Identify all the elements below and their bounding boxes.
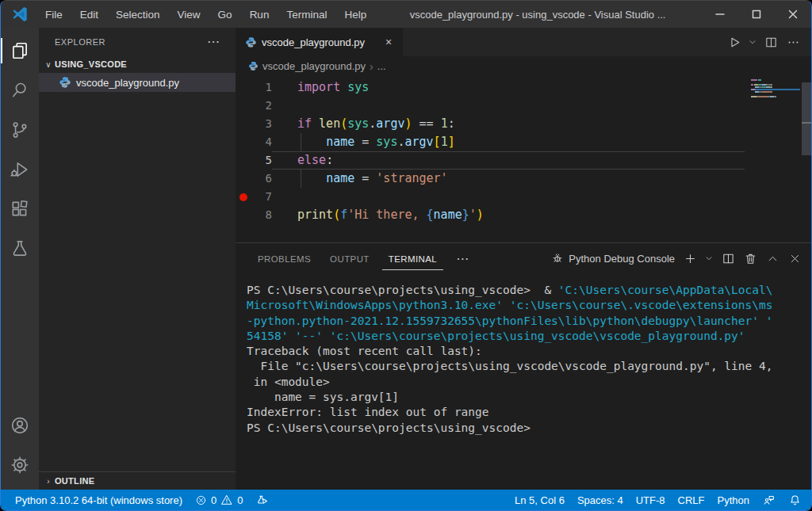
vscode-window: File Edit Selection View Go Run Terminal…: [0, 0, 812, 511]
terminal-line: File "c:\Users\course\projects\using_vsc…: [247, 359, 805, 374]
breakpoint-margin[interactable]: [236, 78, 251, 97]
maximize-panel-icon[interactable]: [762, 248, 783, 269]
line-number: 4: [251, 133, 272, 151]
breadcrumb-symbol[interactable]: ...: [377, 60, 386, 72]
tab-vscode-playground[interactable]: vscode_playground.py ×: [236, 28, 404, 56]
tab-output[interactable]: OUTPUT: [324, 247, 376, 270]
extensions-icon[interactable]: [1, 189, 39, 229]
breakpoint-margin[interactable]: [236, 133, 251, 151]
minimap-line: [751, 91, 800, 93]
problems-status[interactable]: 0 0: [189, 490, 249, 510]
search-icon[interactable]: [1, 71, 39, 110]
maximize-button[interactable]: [738, 1, 775, 28]
code-line-text[interactable]: if len(sys.argv) == 1:: [272, 115, 745, 133]
close-window-button[interactable]: [775, 1, 811, 28]
split-terminal-icon[interactable]: [718, 248, 738, 269]
tab-problems[interactable]: PROBLEMS: [251, 247, 317, 270]
minimap[interactable]: [751, 79, 800, 98]
code-line-5[interactable]: 5else:: [236, 151, 811, 170]
code-line-text[interactable]: import sys: [272, 78, 745, 97]
notifications-bell-icon[interactable]: [782, 490, 803, 510]
breakpoint-margin[interactable]: [236, 115, 251, 133]
code-line-4[interactable]: 4 name = sys.argv[1]: [236, 133, 811, 151]
code-line-text[interactable]: print(f'Hi there, {name}'): [272, 206, 745, 224]
activity-bar: [1, 28, 39, 490]
feedback-icon[interactable]: [756, 490, 782, 510]
more-editor-actions-icon[interactable]: [783, 32, 803, 52]
menu-go[interactable]: Go: [211, 6, 239, 24]
menu-edit[interactable]: Edit: [73, 6, 105, 24]
code-line-text[interactable]: name = 'stranger': [272, 170, 745, 188]
breakpoint-margin[interactable]: [236, 188, 251, 206]
menu-run[interactable]: Run: [243, 6, 277, 24]
explorer-files-icon[interactable]: [1, 31, 39, 71]
code-line-3[interactable]: 3if len(sys.argv) == 1:: [236, 115, 811, 133]
code-line-text[interactable]: [272, 97, 745, 115]
source-control-icon[interactable]: [1, 110, 39, 150]
terminal-picker[interactable]: Python Debug Console: [548, 252, 678, 265]
explorer-more-actions-icon[interactable]: ⋯: [201, 34, 226, 49]
terminal-line: Microsoft\WindowsApps\python3.10.exe' 'c…: [247, 298, 805, 313]
python-file-icon: [245, 36, 257, 48]
code-line-1[interactable]: 1import sys: [236, 78, 811, 97]
minimize-button[interactable]: [702, 1, 738, 28]
editor-scrollbar[interactable]: [802, 82, 811, 155]
code-line-2[interactable]: 2: [236, 97, 811, 115]
breakpoint-margin[interactable]: [236, 206, 251, 224]
language-mode-status[interactable]: Python: [711, 490, 756, 510]
code-line-8[interactable]: 8print(f'Hi there, {name}'): [236, 206, 811, 224]
breakpoint-margin[interactable]: [236, 151, 251, 170]
folder-section-header[interactable]: ∨ USING_VSCODE: [39, 55, 236, 73]
more-panel-tabs-icon[interactable]: ⋯: [450, 251, 475, 266]
account-icon[interactable]: [1, 406, 39, 445]
split-editor-icon[interactable]: [760, 32, 781, 52]
breakpoint-margin[interactable]: [236, 97, 251, 115]
file-item-vscode-playground[interactable]: vscode_playground.py: [39, 73, 236, 92]
explorer-sidebar: EXPLORER ⋯ ∨ USING_VSCODE vscode_playgro…: [39, 28, 236, 490]
code-editor[interactable]: 1import sys23if len(sys.argv) == 1:4 nam…: [236, 76, 811, 242]
python-interpreter-status[interactable]: Python 3.10.2 64-bit (windows store): [9, 490, 189, 510]
code-line-7[interactable]: 7: [236, 188, 811, 206]
breakpoint-icon[interactable]: [239, 193, 247, 201]
eol-status[interactable]: CRLF: [672, 490, 711, 510]
encoding-status[interactable]: UTF-8: [630, 490, 672, 510]
terminal-dropdown-chevron-icon[interactable]: [702, 248, 716, 269]
menu-terminal[interactable]: Terminal: [279, 6, 334, 24]
line-number: 6: [251, 170, 272, 188]
code-line-6[interactable]: 6 name = 'stranger': [236, 170, 811, 188]
code-line-text[interactable]: [272, 188, 745, 206]
line-number: 2: [251, 97, 272, 115]
testing-icon[interactable]: [1, 229, 39, 269]
close-panel-icon[interactable]: [784, 248, 805, 269]
cursor-position-status[interactable]: Ln 5, Col 6: [508, 490, 571, 510]
panel-header: PROBLEMS OUTPUT TERMINAL ⋯ Python Debug …: [236, 243, 811, 273]
indentation-status[interactable]: Spaces: 4: [571, 490, 630, 510]
menu-help[interactable]: Help: [337, 6, 373, 24]
debugpy-status-icon[interactable]: [249, 490, 275, 510]
tab-terminal[interactable]: TERMINAL: [382, 247, 443, 270]
minimap-line: [751, 84, 800, 86]
terminal-line: IndexError: list index out of range: [247, 405, 805, 420]
window-controls: [702, 1, 811, 28]
run-dropdown-chevron-icon[interactable]: [746, 32, 759, 52]
menu-view[interactable]: View: [170, 6, 208, 24]
terminal-line: -python.python-2021.12.1559732655\python…: [247, 314, 805, 329]
breadcrumb-file[interactable]: vscode_playground.py: [262, 60, 366, 72]
settings-gear-icon[interactable]: [1, 445, 39, 485]
run-debug-icon[interactable]: [1, 150, 39, 189]
kill-terminal-trash-icon[interactable]: [740, 248, 760, 269]
menu-selection[interactable]: Selection: [109, 6, 167, 24]
code-line-text[interactable]: name = sys.argv[1]: [272, 133, 745, 151]
run-python-file-icon[interactable]: [724, 32, 745, 52]
breakpoint-margin[interactable]: [236, 170, 251, 188]
code-line-text[interactable]: else:: [272, 151, 745, 170]
warning-icon: [220, 494, 233, 506]
menu-file[interactable]: File: [38, 6, 70, 24]
outline-section-header[interactable]: › OUTLINE: [39, 471, 236, 490]
minimap-line: [751, 86, 800, 88]
terminal-output[interactable]: PS C:\Users\course\projects\using_vscode…: [236, 273, 811, 490]
tab-label: vscode_playground.py: [262, 36, 376, 48]
breadcrumb[interactable]: vscode_playground.py › ...: [236, 56, 811, 76]
close-tab-icon[interactable]: ×: [381, 36, 396, 48]
new-terminal-icon[interactable]: [680, 248, 700, 269]
